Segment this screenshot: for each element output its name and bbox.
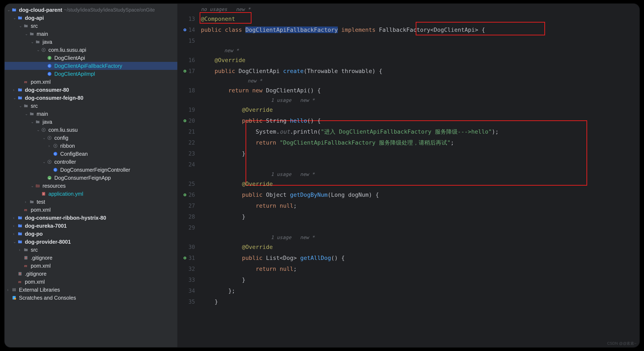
gutter-line-number[interactable]: 30	[177, 242, 201, 253]
gutter-line-number[interactable]: 29	[177, 222, 201, 233]
chevron-down-icon[interactable]: ⌄	[25, 31, 30, 36]
tree-node--gitignore[interactable]: .gitignore	[5, 254, 177, 262]
tree-node-external-libraries[interactable]: ›External Libraries	[5, 286, 177, 294]
code-line-16[interactable]: @Override	[201, 55, 639, 66]
code-line-24[interactable]	[201, 159, 639, 170]
tree-node-dog-cloud-parent[interactable]: ⌄dog-cloud-parent~/study/ideaStudy/ideaS…	[5, 6, 177, 14]
tree-node-dogconsumerfeigncontroller[interactable]: DogConsumerFeignController	[5, 166, 177, 174]
tree-node-scratches-and-consoles[interactable]: Scratches and Consoles	[5, 294, 177, 302]
override-gutter-icon[interactable]	[183, 253, 187, 264]
tree-node-test[interactable]: ›test	[5, 198, 177, 206]
code-line-32[interactable]: return null;	[201, 264, 639, 274]
gutter-line-number[interactable]: 27	[177, 200, 201, 211]
gutter-line-number[interactable]: 23	[177, 148, 201, 159]
tree-node-controller[interactable]: ⌄controller	[5, 158, 177, 166]
tree-node-com-liu-susu[interactable]: ⌄com.liu.susu	[5, 126, 177, 134]
override-gutter-icon[interactable]	[183, 189, 187, 200]
gutter-line-number[interactable]: 21	[177, 126, 201, 137]
gutter-line-number[interactable]: 19	[177, 104, 201, 115]
chevron-right-icon[interactable]: ›	[13, 88, 18, 92]
tree-node-pom-xml[interactable]: pom.xml	[5, 78, 177, 86]
chevron-down-icon[interactable]: ⌄	[37, 127, 41, 132]
chevron-down-icon[interactable]: ⌄	[42, 135, 47, 140]
tree-node-pom-xml[interactable]: pom.xml	[5, 278, 177, 286]
chevron-down-icon[interactable]: ⌄	[13, 95, 18, 100]
gutter-line-number[interactable]: 35	[177, 296, 201, 307]
code-line-15[interactable]	[201, 35, 639, 46]
tree-node-pom-xml[interactable]: pom.xml	[5, 206, 177, 214]
gutter-line-number[interactable]: 32	[177, 264, 201, 274]
code-line-18[interactable]: return new DogClientApi() {	[201, 85, 639, 96]
tree-node-dog-po[interactable]: ›dog-po	[5, 230, 177, 238]
tree-node-java[interactable]: ⌄java	[5, 38, 177, 46]
impl-gutter-icon[interactable]	[183, 24, 187, 35]
gutter-line-number[interactable]: 34	[177, 285, 201, 296]
tree-node-dog-api[interactable]: ⌄dog-api	[5, 14, 177, 22]
code-line-33[interactable]: }	[201, 274, 639, 285]
chevron-right-icon[interactable]: ›	[13, 224, 18, 228]
chevron-right-icon[interactable]: ›	[13, 216, 18, 220]
chevron-right-icon[interactable]: ›	[7, 288, 12, 292]
code-line-27[interactable]: return null;	[201, 200, 639, 211]
chevron-right-icon[interactable]: ›	[25, 200, 30, 204]
gutter-line-number[interactable]: 24	[177, 159, 201, 170]
chevron-right-icon[interactable]: ›	[48, 144, 53, 148]
tree-node-com-liu-susu-api[interactable]: ⌄com.liu.susu.api	[5, 46, 177, 54]
tree-node-main[interactable]: ⌄main	[5, 110, 177, 118]
gutter-line-number[interactable]: 14	[177, 24, 201, 35]
chevron-down-icon[interactable]: ⌄	[31, 184, 36, 188]
editor-code-area[interactable]: no usages new *@Componentpublic class Do…	[201, 4, 639, 347]
editor-panel[interactable]: 1314151617181920212223242526272829303132…	[177, 4, 639, 347]
code-line-31[interactable]: public List<Dog> getAllDog() {	[201, 253, 639, 264]
tree-node-dog-consumer-ribbon-hystrix-80[interactable]: ›dog-consumer-ribbon-hystrix-80	[5, 214, 177, 222]
code-line-14[interactable]: public class DogClientApiFallbackFactory…	[201, 24, 639, 35]
code-line-35[interactable]: }	[201, 296, 639, 307]
tree-node-src[interactable]: ⌄src	[5, 22, 177, 30]
chevron-right-icon[interactable]: ›	[19, 248, 24, 252]
chevron-down-icon[interactable]: ⌄	[25, 111, 30, 116]
gutter-line-number[interactable]: 33	[177, 274, 201, 285]
tree-node-ribbon[interactable]: ›ribbon	[5, 142, 177, 150]
code-line-22[interactable]: return "DogClientApiFallbackFactory 服务降级…	[201, 137, 639, 148]
gutter-line-number[interactable]: 15	[177, 35, 201, 46]
tree-node-dog-eureka-7001[interactable]: ›dog-eureka-7001	[5, 222, 177, 230]
project-tree-panel[interactable]: ⌄dog-cloud-parent~/study/ideaStudy/ideaS…	[5, 4, 177, 347]
chevron-right-icon[interactable]: ›	[13, 232, 18, 236]
gutter-line-number[interactable]: 28	[177, 211, 201, 222]
gutter-line-number[interactable]: 22	[177, 137, 201, 148]
tree-node-dogclientapi[interactable]: DogClientApi	[5, 54, 177, 62]
tree-node-java[interactable]: ⌄java	[5, 118, 177, 126]
tree-node-dog-consumer-feign-80[interactable]: ⌄dog-consumer-feign-80	[5, 94, 177, 102]
code-line-26[interactable]: public Object getDogByNum(Long dogNum) {	[201, 189, 639, 200]
gutter-line-number[interactable]: 13	[177, 13, 201, 24]
tree-node-dog-provider-8001[interactable]: ⌄dog-provider-8001	[5, 238, 177, 246]
tree-node-dogconsumerfeignapp[interactable]: DogConsumerFeignApp	[5, 174, 177, 182]
tree-node-dogclientapiimpl[interactable]: DogClientApiImpl	[5, 70, 177, 78]
gutter-line-number[interactable]: 31	[177, 253, 201, 264]
code-line-29[interactable]	[201, 222, 639, 233]
chevron-down-icon[interactable]: ⌄	[7, 7, 12, 12]
tree-node-dog-consumer-80[interactable]: ›dog-consumer-80	[5, 86, 177, 94]
code-line-21[interactable]: System.out.println("进入 DogClientApiFallb…	[201, 126, 639, 137]
code-line-30[interactable]: @Override	[201, 242, 639, 253]
chevron-down-icon[interactable]: ⌄	[42, 159, 47, 164]
tree-node-src[interactable]: ›src	[5, 246, 177, 254]
tree-node-pom-xml[interactable]: pom.xml	[5, 262, 177, 270]
tree-node-configbean[interactable]: ConfigBean	[5, 150, 177, 158]
override-gutter-icon[interactable]	[183, 66, 187, 77]
gutter-line-number[interactable]: 26	[177, 189, 201, 200]
code-line-20[interactable]: public String hello() {	[201, 115, 639, 126]
code-line-13[interactable]: @Component	[201, 13, 639, 24]
chevron-down-icon[interactable]: ⌄	[13, 15, 18, 20]
code-line-17[interactable]: public DogClientApi create(Throwable thr…	[201, 66, 639, 77]
code-line-25[interactable]: @Override	[201, 178, 639, 189]
gutter-line-number[interactable]: 20	[177, 115, 201, 126]
chevron-down-icon[interactable]: ⌄	[31, 39, 36, 44]
gutter-line-number[interactable]: 16	[177, 55, 201, 66]
tree-node-resources[interactable]: ⌄resources	[5, 182, 177, 190]
chevron-down-icon[interactable]: ⌄	[19, 103, 24, 108]
gutter-line-number[interactable]: 17	[177, 66, 201, 77]
code-line-19[interactable]: @Override	[201, 104, 639, 115]
chevron-down-icon[interactable]: ⌄	[19, 23, 24, 28]
chevron-down-icon[interactable]: ⌄	[31, 119, 36, 124]
